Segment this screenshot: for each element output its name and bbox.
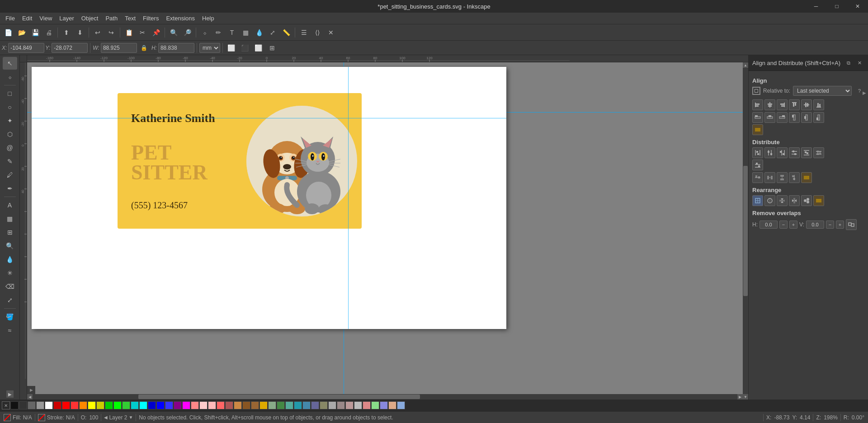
darkred-swatch[interactable] xyxy=(53,401,61,409)
3d-box-tool[interactable]: ⬡ xyxy=(3,128,17,141)
distribute-top-edges[interactable] xyxy=(801,147,812,158)
blue-swatch[interactable] xyxy=(156,401,165,409)
salmon-swatch[interactable] xyxy=(208,401,216,409)
h-input[interactable] xyxy=(158,43,194,53)
expand-handle[interactable]: ▶ xyxy=(27,386,35,394)
scroll-thumb-v[interactable] xyxy=(743,166,748,296)
steelblue-swatch[interactable] xyxy=(294,401,302,409)
align-left-edge[interactable] xyxy=(752,99,763,110)
connector-button[interactable]: ⤢ xyxy=(266,26,279,39)
transform-icon1[interactable]: ⬜ xyxy=(225,42,238,54)
distribute-equal-spacing-v[interactable] xyxy=(777,172,788,183)
redo-button[interactable]: ↪ xyxy=(105,26,118,39)
new-button[interactable]: 📄 xyxy=(2,26,14,39)
menu-file[interactable]: File xyxy=(2,14,19,23)
panel-detach-button[interactable]: ⧉ xyxy=(844,58,854,68)
scroll-up-button[interactable]: ▲ xyxy=(743,62,748,68)
pencil-tool[interactable]: ✎ xyxy=(3,155,17,168)
spray-tool[interactable]: ✳ xyxy=(3,267,17,279)
star-tool[interactable]: ✦ xyxy=(3,114,17,127)
align-top-anchor[interactable] xyxy=(789,112,800,123)
canvas-area[interactable]: -160 -140 -120 -100 -80 -60 -40 -20 xyxy=(20,55,748,400)
distribute-middle-h[interactable] xyxy=(813,147,824,158)
text-button[interactable]: T xyxy=(226,26,238,39)
align-center-h[interactable] xyxy=(801,99,812,110)
layer-selector[interactable]: ◀ Layer 2 ▼ xyxy=(104,414,133,421)
rearrange-btn5[interactable] xyxy=(801,195,812,206)
rect-tool[interactable]: □ xyxy=(3,87,17,100)
lightgrey-swatch[interactable] xyxy=(36,401,44,409)
export-button[interactable]: ⬇ xyxy=(74,26,86,39)
business-card[interactable]: Katherine Smith PET SITTER (555) 123-456… xyxy=(118,93,362,229)
eraser-tool[interactable]: ⌫ xyxy=(3,280,17,293)
khaki-swatch[interactable] xyxy=(320,401,328,409)
canvas-background[interactable]: Katherine Smith PET SITTER (555) 123-456… xyxy=(27,62,748,400)
rosewood-swatch[interactable] xyxy=(345,401,354,409)
rearrange-btn3[interactable] xyxy=(777,195,788,206)
gradient-tool[interactable]: ▦ xyxy=(3,212,17,225)
panel-collapse-button[interactable]: ▶ xyxy=(861,90,868,95)
purple-swatch[interactable] xyxy=(174,401,182,409)
brown-swatch[interactable] xyxy=(225,401,233,409)
white-swatch[interactable] xyxy=(45,401,53,409)
scroll-left-button[interactable]: ◀ xyxy=(27,394,33,400)
color-palette[interactable]: ✕ xyxy=(0,400,868,411)
cut-button[interactable]: ✂ xyxy=(136,26,149,39)
forestgreen-swatch[interactable] xyxy=(277,401,285,409)
fill-color-box[interactable] xyxy=(4,414,11,421)
align-center-anchor[interactable] xyxy=(764,112,775,123)
transform-icon4[interactable]: ⊞ xyxy=(266,42,278,54)
grey-swatch[interactable] xyxy=(28,401,36,409)
cyan-swatch[interactable] xyxy=(139,401,147,409)
measure-button[interactable]: 📏 xyxy=(280,26,292,39)
align-right-anchor[interactable] xyxy=(777,112,788,123)
black-swatch[interactable] xyxy=(10,401,19,409)
tan-swatch[interactable] xyxy=(234,401,242,409)
smudge-tool[interactable]: ≈ xyxy=(3,324,17,337)
minimize-button[interactable]: ─ xyxy=(806,0,826,13)
lock-proportions-button[interactable]: 🔒 xyxy=(138,42,151,54)
x-input[interactable] xyxy=(8,43,44,53)
scrollbar-h[interactable]: ◀ ▶ xyxy=(27,394,743,400)
yellow-swatch[interactable] xyxy=(88,401,96,409)
lightsilver-swatch[interactable] xyxy=(354,401,362,409)
align-middle-anchor[interactable] xyxy=(801,112,812,123)
node-button[interactable]: ⬦ xyxy=(198,26,211,39)
pencil-button[interactable]: ✏ xyxy=(212,26,225,39)
close-button[interactable]: ✕ xyxy=(847,0,868,13)
dropper-button[interactable]: 💧 xyxy=(253,26,265,39)
gradient-button[interactable]: ▦ xyxy=(239,26,252,39)
lightpink-swatch[interactable] xyxy=(199,401,208,409)
menu-view[interactable]: View xyxy=(36,14,56,23)
goldenrod-swatch[interactable] xyxy=(259,401,268,409)
relative-to-select[interactable]: Last selected First selected Biggest obj… xyxy=(793,86,852,96)
remove-overlaps-button[interactable] xyxy=(846,219,857,230)
zoom-out-button[interactable]: 🔎 xyxy=(181,26,193,39)
print-button[interactable]: 🖨 xyxy=(42,26,55,39)
coral-swatch[interactable] xyxy=(217,401,225,409)
brightgreen-swatch[interactable] xyxy=(113,401,122,409)
teal-swatch[interactable] xyxy=(131,401,139,409)
import-button[interactable]: ⬆ xyxy=(60,26,73,39)
align-center-v[interactable] xyxy=(764,99,775,110)
align-bottom-anchor[interactable] xyxy=(813,112,824,123)
menu-path[interactable]: Path xyxy=(102,14,121,23)
spiral-tool[interactable]: @ xyxy=(3,141,17,154)
save-button[interactable]: 💾 xyxy=(29,26,42,39)
close-x-button[interactable]: ✕ xyxy=(325,26,337,39)
align-button[interactable]: ☰ xyxy=(297,26,310,39)
dustyrose-swatch[interactable] xyxy=(363,401,371,409)
copy-button[interactable]: 📋 xyxy=(123,26,135,39)
align-bottom-edge[interactable] xyxy=(813,99,824,110)
h-overlap-minus[interactable]: − xyxy=(779,221,788,229)
align-extra1[interactable] xyxy=(752,124,763,135)
distribute-equal-h[interactable] xyxy=(789,147,800,158)
distribute-baseline-v[interactable] xyxy=(789,172,800,183)
scroll-right-button[interactable]: ▶ xyxy=(737,394,743,400)
maximize-button[interactable]: □ xyxy=(826,0,847,13)
darkyellow-swatch[interactable] xyxy=(96,401,104,409)
sage-swatch[interactable] xyxy=(268,401,276,409)
zoom-in-button[interactable]: 🔍 xyxy=(167,26,180,39)
slateblue-swatch[interactable] xyxy=(311,401,319,409)
mediumgreen-swatch[interactable] xyxy=(285,401,293,409)
